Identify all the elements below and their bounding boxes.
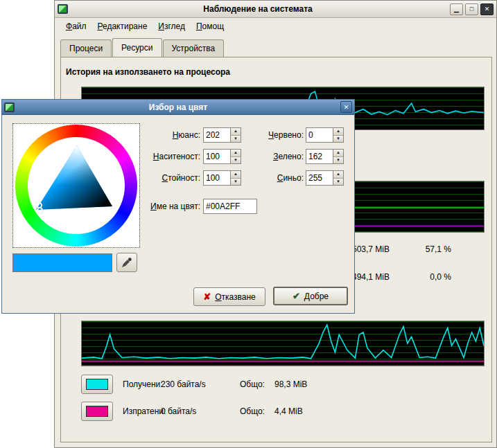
eyedropper-button[interactable]	[116, 253, 137, 272]
received-label: Получени:	[123, 375, 163, 394]
red-input[interactable]	[306, 127, 333, 143]
sent-color-button[interactable]	[81, 402, 113, 421]
maximize-button[interactable]: □	[465, 3, 478, 15]
close-button[interactable]: ✕	[480, 3, 494, 15]
network-history-chart	[81, 321, 485, 366]
swap-percent: 0,0 %	[402, 272, 451, 282]
sent-rate: 0 байта/s	[161, 402, 196, 421]
color-picker-dialog: Избор на цвят ✕ Нюанс: ▲▼ Наситеност: ▲▼…	[1, 99, 355, 314]
spin-up-icon[interactable]: ▲	[333, 128, 343, 136]
menu-view[interactable]: Изглед	[152, 19, 191, 33]
menu-file[interactable]: Файл	[60, 19, 92, 33]
sent-color-swatch	[86, 406, 108, 417]
color-wheel-area	[12, 123, 140, 248]
sent-total-label: Общо:	[240, 402, 265, 421]
main-window-title: Наблюдение на системата	[68, 4, 448, 14]
hue-input[interactable]	[203, 127, 231, 143]
received-total-label: Общо:	[240, 375, 265, 394]
memory-percent: 57,1 %	[402, 244, 451, 254]
spin-up-icon[interactable]: ▲	[333, 150, 343, 157]
green-spinner[interactable]: ▲▼	[333, 149, 344, 164]
minimize-button[interactable]: ▁	[450, 3, 463, 15]
cpu-history-heading: История на използването на процесора	[66, 67, 230, 77]
sent-total: 4,4 MiB	[274, 402, 303, 421]
dialog-close-icon[interactable]: ✕	[340, 101, 352, 113]
blue-input[interactable]	[306, 170, 333, 186]
main-window-titlebar[interactable]: Наблюдение на системата ▁ □ ✕	[55, 1, 496, 18]
app-icon	[58, 4, 68, 14]
color-preview	[12, 253, 112, 272]
spin-down-icon[interactable]: ▼	[333, 157, 343, 164]
received-color-swatch	[86, 379, 108, 390]
eyedropper-icon	[121, 257, 132, 268]
sent-label: Изпратени:	[123, 402, 166, 421]
ok-icon: ✔	[293, 291, 300, 301]
cancel-icon: ✘	[203, 292, 211, 302]
value-input[interactable]	[203, 170, 231, 186]
cancel-button-label: Отказване	[215, 292, 256, 302]
color-name-label: Име на цвят:	[106, 201, 200, 211]
red-spinner[interactable]: ▲▼	[333, 127, 344, 143]
spin-down-icon[interactable]: ▼	[333, 136, 343, 143]
sv-marker[interactable]	[36, 202, 42, 208]
tab-resources[interactable]: Ресурси	[112, 38, 162, 57]
tab-devices[interactable]: Устройства	[163, 39, 225, 57]
dialog-titlebar[interactable]: Избор на цвят ✕	[2, 100, 354, 115]
red-label: Червено:	[231, 130, 304, 140]
blue-label: Синьо:	[231, 173, 304, 183]
saturation-input[interactable]	[203, 149, 231, 164]
received-rate: 230 байта/s	[161, 375, 206, 394]
green-input[interactable]	[306, 149, 333, 164]
ok-button-label: Добре	[304, 292, 329, 301]
menubar: Файл Редактиране Изглед Помощ	[55, 18, 496, 35]
green-label: Зелено:	[231, 152, 304, 161]
blue-spinner[interactable]: ▲▼	[333, 170, 344, 186]
tab-processes[interactable]: Процеси	[60, 39, 112, 57]
ok-button[interactable]: ✔ Добре	[273, 287, 348, 305]
menu-help[interactable]: Помощ	[191, 19, 229, 33]
received-color-button[interactable]	[81, 375, 113, 394]
spin-down-icon[interactable]: ▼	[333, 179, 343, 186]
saturation-label: Наситеност:	[106, 152, 200, 161]
color-name-input[interactable]	[203, 199, 257, 214]
received-total: 98,3 MiB	[274, 375, 307, 394]
hue-label: Нюанс:	[106, 130, 200, 140]
spin-up-icon[interactable]: ▲	[333, 171, 343, 179]
dialog-title: Избор на цвят	[2, 102, 354, 112]
menu-edit[interactable]: Редактиране	[92, 19, 153, 33]
cancel-button[interactable]: ✘ Отказване	[193, 287, 265, 306]
value-label: Стойност:	[106, 173, 200, 183]
tab-strip: Процеси Ресурси Устройства	[60, 39, 225, 57]
